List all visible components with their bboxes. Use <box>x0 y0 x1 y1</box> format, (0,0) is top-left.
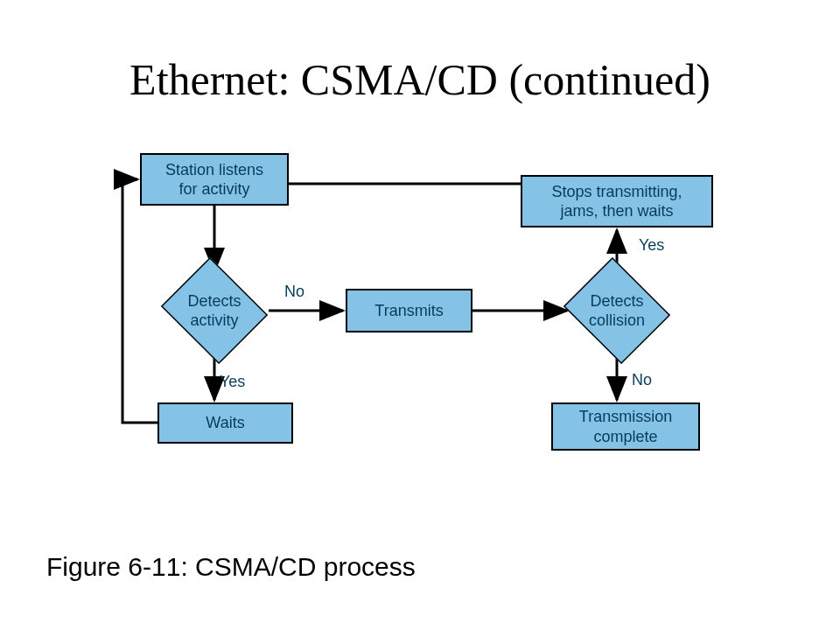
node-label: Detects activity <box>187 291 241 331</box>
node-label: Stops transmitting, jams, then waits <box>551 182 682 221</box>
node-station-listens: Station listens for activity <box>140 153 289 206</box>
figure-caption: Figure 6-11: CSMA/CD process <box>46 552 416 582</box>
edge-label-no: No <box>284 283 304 301</box>
node-stops-transmitting: Stops transmitting, jams, then waits <box>521 175 713 228</box>
flowchart-diagram: Station listens for activity Stops trans… <box>88 149 770 499</box>
node-waits: Waits <box>158 402 293 444</box>
node-label: Station listens for activity <box>165 160 263 200</box>
node-label: Transmits <box>374 301 443 321</box>
node-label: Detects collision <box>589 291 645 331</box>
node-detects-collision: Detects collision <box>560 262 674 359</box>
node-label: Waits <box>206 413 244 433</box>
edge-label-yes: Yes <box>220 373 245 391</box>
edge-label-yes: Yes <box>639 236 664 255</box>
node-transmits: Transmits <box>346 289 472 332</box>
node-transmission-complete: Transmission complete <box>551 402 700 451</box>
page-title: Ethernet: CSMA/CD (continued) <box>0 54 840 105</box>
edge-label-no: No <box>632 371 652 389</box>
node-detects-activity: Detects activity <box>158 262 271 359</box>
node-label: Transmission complete <box>579 407 672 446</box>
